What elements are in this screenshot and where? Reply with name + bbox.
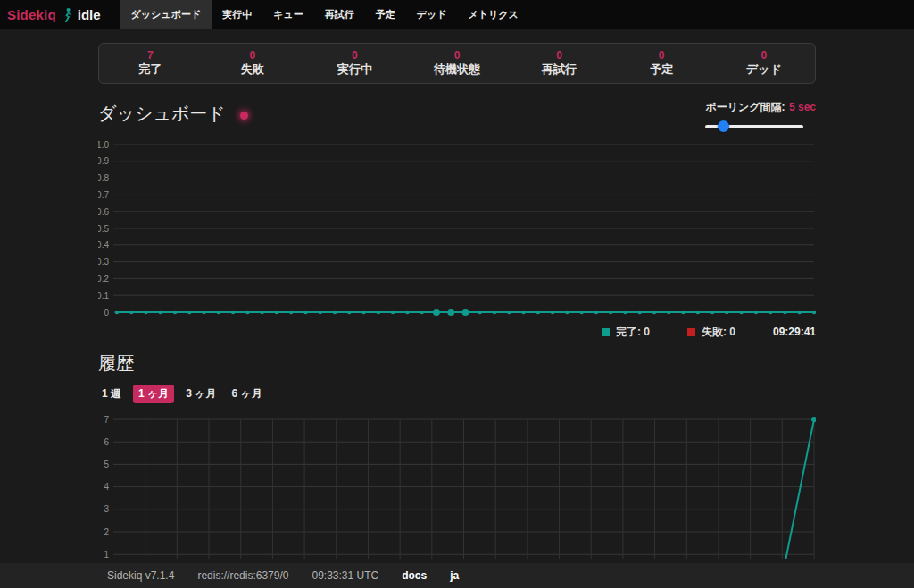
footer-server-time: 09:33:31 UTC bbox=[312, 569, 378, 582]
svg-text:0.4: 0.4 bbox=[98, 240, 109, 250]
tab-scheduled[interactable]: 予定 bbox=[365, 0, 406, 29]
history-line-chart: 7654321 bbox=[98, 406, 816, 559]
tab-retries[interactable]: 再試行 bbox=[314, 0, 365, 29]
svg-text:1: 1 bbox=[104, 550, 109, 559]
tab-metrics[interactable]: メトリクス bbox=[457, 0, 528, 29]
svg-text:2: 2 bbox=[104, 527, 109, 537]
stat-scheduled: 0 予定 bbox=[611, 49, 713, 77]
stat-busy-label: 実行中 bbox=[303, 62, 406, 77]
history-range-selector: 1 週 1 ヶ月 3 ヶ月 6 ヶ月 bbox=[98, 385, 816, 402]
realtime-line-chart: 1.00.90.80.70.60.50.40.30.20.10 bbox=[98, 137, 816, 319]
range-3-months[interactable]: 3 ヶ月 bbox=[182, 385, 220, 403]
tab-busy[interactable]: 実行中 bbox=[212, 0, 262, 29]
polling-interval-value: 5 sec bbox=[789, 101, 816, 113]
svg-text:0.3: 0.3 bbox=[98, 257, 109, 267]
stat-enqueued-value: 0 bbox=[406, 49, 509, 62]
realtime-chart-legend: 完了: 0 失敗: 0 09:29:41 bbox=[98, 325, 816, 339]
range-6-months[interactable]: 6 ヶ月 bbox=[228, 385, 266, 403]
stat-processed-value: 7 bbox=[99, 49, 202, 62]
range-1-month[interactable]: 1 ヶ月 bbox=[133, 385, 174, 403]
stat-enqueued-label: 待機状態 bbox=[406, 62, 509, 77]
svg-text:7: 7 bbox=[104, 415, 109, 425]
tab-dead[interactable]: デッド bbox=[406, 0, 458, 29]
svg-text:0.5: 0.5 bbox=[98, 224, 109, 234]
top-navbar: Sidekiq idle ダッシュボード 実行中 キュー 再試行 予定 デッド … bbox=[0, 0, 914, 29]
tab-queues[interactable]: キュー bbox=[262, 0, 314, 29]
svg-text:1.0: 1.0 bbox=[98, 140, 109, 150]
stat-failed-label: 失敗 bbox=[202, 62, 304, 77]
legend-failed: 失敗: 0 bbox=[687, 325, 735, 340]
stat-busy-value: 0 bbox=[303, 49, 406, 62]
stat-retries: 0 再試行 bbox=[508, 49, 611, 77]
stat-retries-value: 0 bbox=[508, 49, 611, 62]
stat-busy: 0 実行中 bbox=[303, 49, 406, 77]
svg-text:6: 6 bbox=[104, 437, 109, 447]
svg-text:0.1: 0.1 bbox=[98, 291, 109, 301]
svg-text:4: 4 bbox=[104, 482, 109, 492]
polling-interval-slider[interactable] bbox=[705, 120, 803, 132]
page-title: ダッシュボード bbox=[98, 102, 226, 126]
svg-text:0.6: 0.6 bbox=[98, 207, 109, 217]
history-chart-wrap: 7654321 bbox=[98, 406, 816, 559]
dashboard-header-row: ダッシュボード ポーリング間隔: 5 sec bbox=[98, 102, 816, 136]
stat-dead: 0 デッド bbox=[712, 49, 815, 77]
sidekiq-runner-icon bbox=[61, 7, 73, 23]
stat-processed: 7 完了 bbox=[99, 49, 202, 77]
docs-link[interactable]: docs bbox=[402, 569, 427, 582]
svg-text:3: 3 bbox=[104, 504, 109, 514]
svg-text:0.9: 0.9 bbox=[98, 156, 109, 166]
history-section-title: 履歴 bbox=[98, 352, 816, 376]
stat-dead-label: デッド bbox=[712, 62, 815, 77]
svg-text:0.8: 0.8 bbox=[98, 173, 109, 183]
locale-link[interactable]: ja bbox=[450, 569, 459, 582]
legend-failed-swatch bbox=[687, 328, 695, 336]
stat-retries-label: 再試行 bbox=[508, 62, 611, 77]
polling-interval-label: ポーリング間隔: bbox=[705, 101, 785, 113]
legend-completed: 完了: 0 bbox=[602, 325, 650, 340]
stats-summary-bar: 7 完了 0 失敗 0 実行中 0 待機状態 0 再試行 0 予定 0 デッド bbox=[98, 43, 816, 84]
footer-redis-url: redis://redis:6379/0 bbox=[197, 569, 288, 582]
legend-completed-text: 完了: 0 bbox=[616, 325, 650, 340]
nav-tabs: ダッシュボード 実行中 キュー 再試行 予定 デッド メトリクス bbox=[120, 0, 529, 29]
svg-text:0: 0 bbox=[104, 308, 109, 318]
stat-dead-value: 0 bbox=[712, 49, 815, 62]
footer-bar: Sidekiq v7.1.4 redis://redis:6379/0 09:3… bbox=[0, 563, 914, 588]
stat-scheduled-label: 予定 bbox=[611, 62, 713, 77]
brand-link[interactable]: Sidekiq idle bbox=[0, 0, 110, 29]
stat-failed-value: 0 bbox=[202, 49, 304, 62]
stat-enqueued: 0 待機状態 bbox=[406, 49, 509, 77]
stat-processed-label: 完了 bbox=[99, 62, 202, 77]
live-beacon-dot bbox=[240, 112, 248, 120]
svg-text:0.2: 0.2 bbox=[98, 274, 109, 284]
svg-text:5: 5 bbox=[104, 460, 109, 469]
status-text: idle bbox=[78, 7, 101, 22]
legend-failed-text: 失敗: 0 bbox=[702, 325, 735, 340]
legend-timestamp: 09:29:41 bbox=[773, 326, 816, 338]
stat-failed: 0 失敗 bbox=[202, 49, 304, 77]
brand-name: Sidekiq bbox=[7, 7, 56, 22]
tab-dashboard[interactable]: ダッシュボード bbox=[120, 0, 212, 29]
main-content: 7 完了 0 失敗 0 実行中 0 待機状態 0 再試行 0 予定 0 デッド … bbox=[0, 29, 914, 559]
svg-text:0.7: 0.7 bbox=[98, 190, 109, 200]
range-1-week[interactable]: 1 週 bbox=[98, 385, 125, 403]
footer-version: Sidekiq v7.1.4 bbox=[107, 569, 174, 582]
legend-completed-swatch bbox=[602, 328, 610, 336]
slider-thumb[interactable] bbox=[718, 120, 729, 132]
polling-control: ポーリング間隔: 5 sec bbox=[705, 98, 816, 132]
stat-scheduled-value: 0 bbox=[611, 49, 713, 62]
